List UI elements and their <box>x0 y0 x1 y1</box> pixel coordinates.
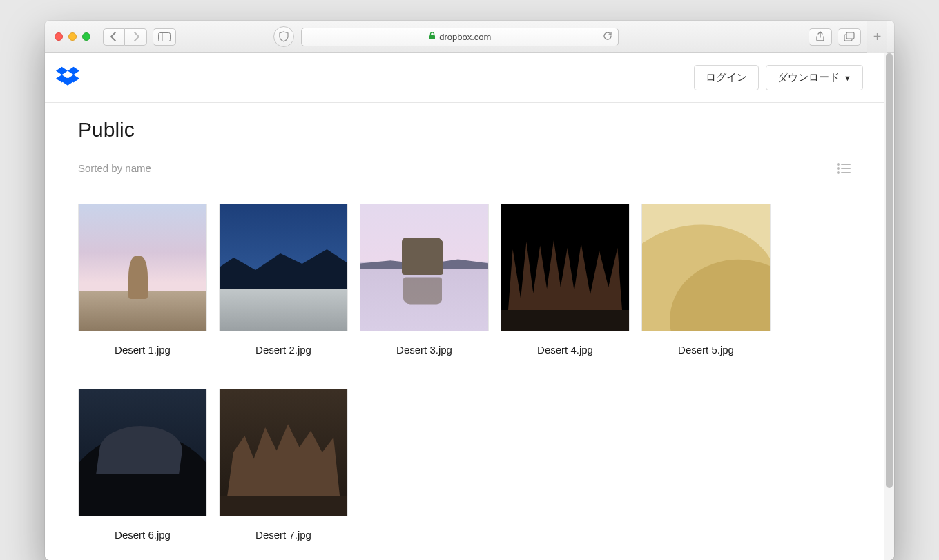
file-thumbnail <box>78 389 207 516</box>
login-button[interactable]: ログイン <box>694 65 759 90</box>
privacy-report-button[interactable] <box>273 26 294 47</box>
address-bar[interactable]: dropbox.com <box>301 28 619 46</box>
file-thumbnail <box>501 204 630 331</box>
download-label: ダウンロード <box>777 71 840 84</box>
share-button[interactable] <box>809 28 832 46</box>
file-item[interactable]: Desert 2.jpg <box>219 204 348 356</box>
dropbox-header: ログイン ダウンロード ▼ <box>45 53 884 103</box>
file-thumbnail <box>641 204 771 331</box>
chevron-right-icon <box>132 32 140 41</box>
file-item[interactable]: Desert 7.jpg <box>219 389 348 541</box>
caret-down-icon: ▼ <box>844 74 851 82</box>
reload-button[interactable] <box>603 31 612 43</box>
file-name: Desert 3.jpg <box>360 344 489 356</box>
file-thumbnail <box>360 204 489 331</box>
view-list-button[interactable] <box>837 163 851 174</box>
lock-icon <box>429 32 436 42</box>
file-name: Desert 5.jpg <box>641 344 771 356</box>
file-item[interactable]: Desert 6.jpg <box>78 389 207 541</box>
svg-point-11 <box>838 168 839 169</box>
file-thumbnail <box>219 389 348 516</box>
sidebar-toggle-button[interactable] <box>153 28 176 46</box>
svg-marker-6 <box>68 66 79 74</box>
folder-title: Public <box>78 118 851 142</box>
share-icon <box>815 31 825 42</box>
folder-area: Public Sorted by name <box>45 103 884 554</box>
svg-rect-2 <box>429 35 435 39</box>
svg-point-12 <box>838 172 839 173</box>
file-name: Desert 1.jpg <box>78 344 207 356</box>
file-name: Desert 2.jpg <box>219 344 348 356</box>
sort-label[interactable]: Sorted by name <box>78 162 151 174</box>
file-name: Desert 4.jpg <box>501 344 630 356</box>
dropbox-logo[interactable] <box>56 66 79 90</box>
scrollbar-thumb[interactable] <box>886 53 893 488</box>
close-window-button[interactable] <box>55 32 63 41</box>
file-item[interactable]: Desert 1.jpg <box>78 204 207 356</box>
svg-rect-0 <box>159 32 171 41</box>
url-host: dropbox.com <box>439 32 491 42</box>
browser-toolbar: dropbox.com + <box>45 21 894 53</box>
dropbox-logo-icon <box>56 66 79 87</box>
chevron-left-icon <box>110 32 118 41</box>
sort-row: Sorted by name <box>78 162 851 184</box>
svg-rect-4 <box>846 32 854 39</box>
window-controls <box>55 32 90 41</box>
file-grid: Desert 1.jpg Desert 2.jpg Desert 3.jpg D… <box>78 204 851 541</box>
nav-buttons <box>103 28 147 46</box>
new-tab-button[interactable]: + <box>867 21 887 53</box>
minimize-window-button[interactable] <box>68 32 77 41</box>
svg-point-10 <box>838 164 839 165</box>
plus-icon: + <box>873 29 882 45</box>
safari-window: dropbox.com + <box>45 21 894 560</box>
file-item[interactable]: Desert 3.jpg <box>360 204 489 356</box>
file-name: Desert 6.jpg <box>78 529 207 541</box>
back-button[interactable] <box>103 28 125 46</box>
page-content: ログイン ダウンロード ▼ Public Sorted by name <box>45 53 884 560</box>
forward-button[interactable] <box>125 28 147 46</box>
file-item[interactable]: Desert 5.jpg <box>641 204 771 356</box>
tabs-icon <box>844 32 855 41</box>
show-tabs-button[interactable] <box>838 28 861 46</box>
download-button[interactable]: ダウンロード ▼ <box>766 65 863 90</box>
svg-marker-5 <box>56 66 68 74</box>
fullscreen-window-button[interactable] <box>82 32 90 41</box>
file-item[interactable]: Desert 4.jpg <box>501 204 630 356</box>
sidebar-icon <box>158 32 171 41</box>
file-thumbnail <box>78 204 207 331</box>
file-name: Desert 7.jpg <box>219 529 348 541</box>
list-icon <box>837 163 851 174</box>
file-thumbnail <box>219 204 348 331</box>
login-label: ログイン <box>706 71 747 84</box>
shield-icon <box>278 31 289 42</box>
reload-icon <box>603 31 612 41</box>
scrollbar[interactable] <box>884 53 894 560</box>
